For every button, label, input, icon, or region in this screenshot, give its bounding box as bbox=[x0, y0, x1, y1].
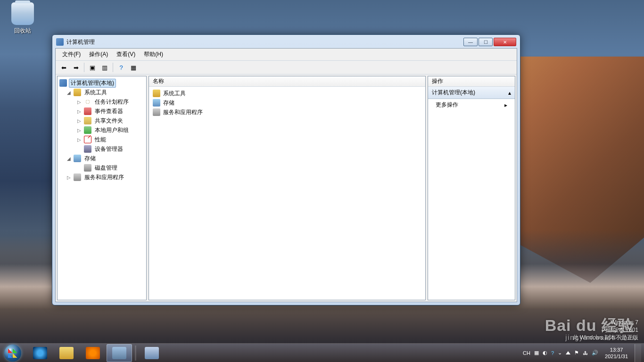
tree-disk-management[interactable]: ▷ 磁盘管理 bbox=[58, 163, 146, 173]
actions-header: 操作 bbox=[428, 76, 515, 87]
menubar: 文件(F) 操作(A) 查看(V) 帮助(H) bbox=[56, 49, 517, 61]
tree-local-users[interactable]: ▷ 本地用户和组 bbox=[58, 125, 146, 135]
windows-logo-icon bbox=[4, 345, 21, 362]
menu-file[interactable]: 文件(F) bbox=[58, 49, 84, 59]
list-item[interactable]: 服务和应用程序 bbox=[153, 107, 421, 117]
start-button[interactable] bbox=[0, 344, 25, 362]
properties-button[interactable]: ▥ bbox=[99, 62, 110, 73]
services-icon bbox=[153, 108, 160, 116]
expand-icon[interactable]: ▷ bbox=[76, 109, 82, 114]
ime-tool-icon[interactable]: ◐ bbox=[543, 350, 547, 356]
computer-management-window: 计算机管理 — ☐ ✕ 文件(F) 操作(A) 查看(V) 帮助(H) ⬅ ➡ … bbox=[52, 34, 520, 305]
expand-icon[interactable]: ▷ bbox=[66, 175, 72, 180]
chevron-right-icon: ▸ bbox=[504, 102, 507, 108]
taskbar-ie[interactable] bbox=[27, 344, 53, 362]
activation-watermark: Windows 7 内部版本 7601 此 Windows 副本不是正版 bbox=[573, 319, 638, 341]
storage-icon bbox=[74, 155, 81, 162]
actions-pane: 操作 计算机管理(本地) ▴ 更多操作 ▸ bbox=[428, 76, 515, 300]
collapse-icon[interactable]: ▴ bbox=[508, 90, 511, 96]
volume-icon[interactable]: 🔊 bbox=[592, 350, 598, 356]
help-button[interactable]: ? bbox=[116, 62, 126, 73]
show-desktop-button[interactable] bbox=[635, 344, 641, 362]
system-tray: CH ▦ ◐ ? ⌄ ⚑ 🖧 🔊 13:37 2021/1/31 bbox=[523, 344, 644, 362]
menu-view[interactable]: 查看(V) bbox=[113, 49, 139, 59]
tree-shared-folders[interactable]: ▷ 共享文件夹 bbox=[58, 116, 146, 125]
toolbar: ⬅ ➡ ▣ ▥ ? ▦ bbox=[56, 61, 517, 74]
navigation-tree-pane: 计算机管理(本地) ◢ 系统工具 ▷ 任务计划程序 ▷ bbox=[57, 76, 147, 300]
event-icon bbox=[84, 107, 91, 115]
tree-storage[interactable]: ◢ 存储 bbox=[58, 154, 146, 163]
titlebar[interactable]: 计算机管理 — ☐ ✕ bbox=[55, 38, 517, 48]
tools-icon bbox=[153, 90, 160, 97]
network-icon[interactable]: 🖧 bbox=[583, 350, 588, 356]
tree-device-manager[interactable]: ▷ 设备管理器 bbox=[58, 144, 146, 154]
taskbar-mmc[interactable] bbox=[107, 344, 132, 362]
actions-group[interactable]: 计算机管理(本地) ▴ bbox=[428, 87, 515, 99]
taskbar-computer-management[interactable] bbox=[139, 344, 165, 362]
taskbar-explorer[interactable] bbox=[54, 344, 79, 362]
actions-more[interactable]: 更多操作 ▸ bbox=[428, 99, 515, 111]
expand-icon[interactable]: ▷ bbox=[76, 118, 82, 123]
back-button[interactable]: ⬅ bbox=[58, 62, 69, 73]
column-header-name[interactable]: 名称 bbox=[149, 76, 425, 87]
device-icon bbox=[84, 145, 91, 153]
ime-indicator[interactable]: CH bbox=[523, 350, 530, 356]
clock-icon bbox=[84, 98, 91, 106]
tree-root[interactable]: 计算机管理(本地) bbox=[58, 78, 146, 88]
recycle-bin[interactable]: 回收站 bbox=[8, 2, 37, 35]
explorer-icon bbox=[59, 347, 74, 359]
expand-icon[interactable]: ▷ bbox=[76, 99, 82, 105]
services-icon bbox=[74, 173, 81, 181]
tree-task-scheduler[interactable]: ▷ 任务计划程序 bbox=[58, 97, 146, 107]
window-title: 计算机管理 bbox=[66, 38, 95, 46]
recycle-bin-label: 回收站 bbox=[8, 27, 37, 35]
tools-icon bbox=[74, 89, 81, 96]
computer-management-icon bbox=[145, 347, 159, 359]
tree-event-viewer[interactable]: ▷ 事件查看器 bbox=[58, 107, 146, 116]
folder-icon bbox=[84, 117, 91, 124]
tree-system-tools[interactable]: ◢ 系统工具 bbox=[58, 88, 146, 97]
performance-icon bbox=[84, 136, 91, 143]
mmc-icon bbox=[112, 347, 126, 359]
expand-icon[interactable]: ▷ bbox=[76, 137, 82, 142]
minimize-button[interactable]: — bbox=[463, 38, 478, 46]
expand-icon[interactable]: ▷ bbox=[76, 128, 82, 133]
ime-pad-icon[interactable]: ▦ bbox=[534, 350, 539, 356]
show-hide-button[interactable]: ▦ bbox=[128, 62, 139, 73]
action-center-icon[interactable]: ⚑ bbox=[574, 350, 579, 356]
taskbar: CH ▦ ◐ ? ⌄ ⚑ 🖧 🔊 13:37 2021/1/31 bbox=[0, 343, 644, 362]
taskbar-media-player[interactable] bbox=[80, 344, 106, 362]
list-item[interactable]: 系统工具 bbox=[153, 89, 421, 98]
content-list-pane: 名称 系统工具 存储 服务和应用程序 bbox=[149, 76, 426, 300]
recycle-bin-icon bbox=[11, 2, 34, 25]
storage-icon bbox=[153, 99, 160, 107]
list-item[interactable]: 存储 bbox=[153, 98, 421, 107]
menu-help[interactable]: 帮助(H) bbox=[140, 49, 167, 59]
collapse-icon[interactable]: ◢ bbox=[66, 156, 72, 161]
tray-expand-icon[interactable] bbox=[566, 351, 570, 354]
computer-icon bbox=[59, 79, 67, 87]
collapse-icon[interactable]: ◢ bbox=[66, 90, 72, 95]
tree-performance[interactable]: ▷ 性能 bbox=[58, 135, 146, 144]
ime-option-icon[interactable]: ⌄ bbox=[558, 350, 562, 356]
taskbar-separator bbox=[135, 346, 136, 361]
maximize-button[interactable]: ☐ bbox=[479, 38, 493, 46]
users-icon bbox=[84, 126, 91, 134]
media-player-icon bbox=[86, 347, 100, 359]
ime-help-icon[interactable]: ? bbox=[551, 350, 554, 356]
ie-icon bbox=[33, 347, 47, 359]
app-icon bbox=[56, 38, 64, 46]
menu-action[interactable]: 操作(A) bbox=[85, 49, 112, 59]
close-button[interactable]: ✕ bbox=[494, 38, 516, 46]
up-button[interactable]: ▣ bbox=[87, 62, 98, 73]
tree-services-apps[interactable]: ▷ 服务和应用程序 bbox=[58, 173, 146, 182]
forward-button[interactable]: ➡ bbox=[71, 62, 81, 73]
disk-icon bbox=[84, 164, 91, 172]
clock[interactable]: 13:37 2021/1/31 bbox=[602, 346, 631, 360]
